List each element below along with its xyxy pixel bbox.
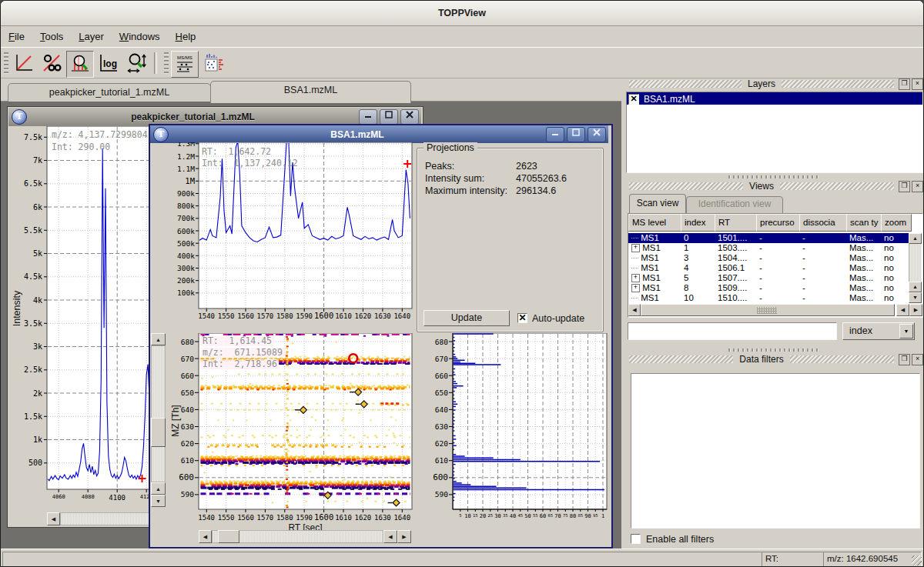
table-row[interactable]: + MS181509....--Mas...no — [628, 283, 909, 293]
combo-dropdown-icon[interactable]: ▼ — [899, 324, 913, 339]
table-row[interactable]: + MS151507....--Mas...no — [628, 273, 909, 283]
peak-map-canvas[interactable]: 5906006106206306406506606706801540155015… — [173, 333, 413, 524]
filters-dock-titlebar[interactable]: Data filters ❐ × — [626, 353, 923, 365]
scrollbar-thumb[interactable] — [151, 418, 166, 447]
toolbar-handle[interactable] — [164, 52, 169, 74]
menu-file[interactable]: File — [1, 27, 32, 45]
dock-float-icon[interactable]: ❐ — [899, 181, 910, 192]
scan-table[interactable]: MS levelindexRTprecursodissociascan tyzo… — [628, 213, 923, 318]
scan-search-column-combo[interactable]: index ▼ — [842, 322, 915, 340]
tab-peakpicker-tutorial-1-mzml[interactable]: peakpicker_tutorial_1.mzML — [8, 83, 211, 103]
svg-text:55: 55 — [533, 513, 538, 518]
scan-search-input[interactable] — [628, 322, 837, 340]
column-header-scan-ty[interactable]: scan ty — [846, 214, 886, 232]
resize-grip[interactable] — [912, 555, 922, 565]
dock-float-icon[interactable]: ❐ — [899, 354, 910, 365]
toolbar-handle[interactable] — [4, 52, 8, 74]
app-titlebar[interactable]: TOPPView — [1, 1, 923, 26]
scroll-left-button[interactable]: ◀ — [628, 304, 641, 316]
column-header-precurso[interactable]: precurso — [756, 214, 804, 232]
maximize-button[interactable] — [380, 109, 398, 125]
dock-close-icon[interactable]: × — [912, 181, 923, 192]
maximize-button[interactable] — [567, 127, 585, 142]
views-dock-titlebar[interactable]: Views ❐ × — [626, 180, 923, 192]
dock-handle[interactable] — [629, 355, 733, 363]
dock-handle[interactable] — [629, 80, 742, 88]
intensity-log-icon[interactable]: log — [95, 51, 122, 77]
scroll-down-button[interactable]: ▼ — [151, 495, 166, 507]
horizontal-scrollbar[interactable]: ◀ ◀ ▶ — [199, 530, 412, 543]
dock-float-icon[interactable]: ❐ — [899, 78, 910, 90]
vertical-scrollbar[interactable]: ▲ ▲ ▼ — [151, 333, 166, 507]
dock-close-icon[interactable]: × — [912, 354, 923, 365]
zoom-1d-icon[interactable] — [123, 51, 149, 77]
expand-icon[interactable]: + — [631, 244, 640, 252]
expand-icon[interactable]: + — [631, 284, 640, 292]
update-button[interactable]: Update — [424, 310, 510, 326]
svg-text:80: 80 — [570, 513, 576, 519]
scrollbar-thumb[interactable] — [641, 304, 895, 316]
layer-item[interactable]: ✕BSA1.mzML — [627, 92, 922, 105]
auto-update-label: Auto-update — [532, 313, 584, 324]
scroll-left-button[interactable]: ◀ — [896, 304, 909, 316]
menu-layer[interactable]: Layer — [71, 27, 112, 45]
scroll-right-button[interactable]: ▶ — [397, 530, 411, 543]
column-header-rt[interactable]: RT — [715, 214, 761, 232]
scroll-up-button[interactable]: ▲ — [909, 233, 922, 244]
scroll-right-button[interactable]: ▶ — [909, 304, 922, 316]
scroll-up-button[interactable]: ▲ — [151, 333, 166, 345]
table-row[interactable]: MS101501....--Mas...no — [628, 233, 909, 243]
menu-windows[interactable]: Windows — [112, 27, 168, 45]
column-header-ms-level[interactable]: MS level — [628, 214, 685, 232]
scroll-up-button[interactable]: ▲ — [909, 282, 922, 292]
scroll-left-button[interactable]: ◀ — [383, 530, 397, 543]
scrollbar-track[interactable] — [151, 345, 166, 482]
minimize-button[interactable] — [546, 127, 564, 142]
scroll-up-button[interactable]: ▲ — [151, 482, 166, 495]
mz-projection-canvas[interactable]: 5906006106206306406506606706805101520253… — [420, 333, 610, 522]
table-row[interactable]: MS141506.1--Mas...no — [628, 263, 909, 273]
dock-handle[interactable] — [780, 182, 894, 190]
dock-splitter-handle[interactable] — [728, 349, 821, 352]
scroll-down-button[interactable]: ▼ — [909, 292, 922, 303]
layers-dock-titlebar[interactable]: Layers ❐ × — [626, 78, 923, 90]
rt-projection-canvas[interactable]: 100k200k300k400k500k600k700k800k900k1M1.… — [158, 142, 414, 321]
column-header-index[interactable]: index — [681, 214, 719, 232]
data-filters-list[interactable] — [631, 373, 920, 529]
minimize-button[interactable] — [359, 109, 377, 125]
window-bsa1[interactable]: T BSA1.mzML 100k200k300k400k500k600k700k… — [149, 124, 613, 549]
expand-icon[interactable]: + — [631, 274, 640, 282]
dock-handle[interactable] — [782, 80, 894, 88]
dock-close-icon[interactable]: × — [912, 78, 923, 90]
dock-splitter-handle[interactable] — [728, 175, 821, 178]
table-row[interactable]: MS1101510....--Mas...no — [628, 293, 909, 303]
menu-help[interactable]: Help — [168, 27, 204, 45]
tab-scan-view[interactable]: Scan view — [629, 194, 686, 213]
window-bsa1-titlebar[interactable]: T BSA1.mzML — [150, 125, 608, 143]
scrollbar-thumb[interactable] — [218, 530, 239, 543]
intensity-snap-icon[interactable] — [66, 51, 94, 78]
auto-update-checkbox[interactable]: ✕ — [517, 313, 527, 323]
dock-handle[interactable] — [790, 355, 894, 363]
ms-ms-view-icon[interactable]: MS/MS — [171, 51, 199, 78]
tab-identification-view[interactable]: Identification view — [686, 196, 783, 214]
close-button[interactable] — [400, 109, 419, 125]
table-row[interactable]: MS131504....--Mas...no — [628, 253, 909, 263]
intensity-linear-icon[interactable] — [11, 51, 37, 77]
2d-view-icon[interactable] — [200, 51, 226, 77]
intensity-percentage-icon[interactable] — [38, 51, 65, 77]
table-hscrollbar[interactable]: ◀ ◀ ▶ — [628, 304, 922, 316]
menu-tools[interactable]: Tools — [32, 27, 71, 45]
table-row[interactable]: + MS111503....--Mas...no — [628, 243, 909, 253]
layer-visible-checkbox[interactable]: ✕ — [628, 94, 639, 105]
layers-list[interactable]: ✕BSA1.mzML — [626, 92, 923, 173]
column-header-dissocia[interactable]: dissocia — [799, 214, 851, 232]
dock-handle[interactable] — [629, 182, 743, 190]
scroll-left-button[interactable]: ◀ — [199, 530, 212, 543]
table-cell: - — [756, 293, 802, 303]
close-button[interactable] — [588, 127, 606, 142]
scroll-left-button[interactable]: ◀ — [47, 512, 60, 525]
tab-bsa1-mzml[interactable]: BSA1.mzML — [210, 81, 411, 103]
enable-all-filters-checkbox[interactable] — [631, 534, 641, 544]
column-header-zoom[interactable]: zoom — [881, 214, 912, 232]
